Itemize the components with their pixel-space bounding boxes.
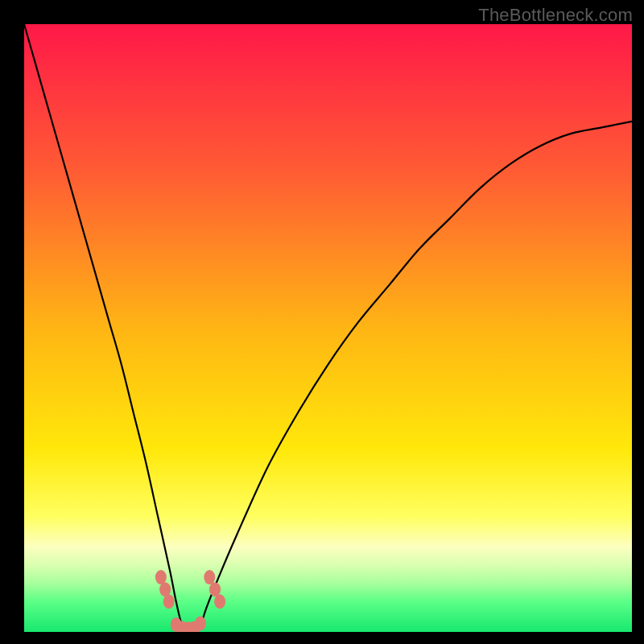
gradient-background xyxy=(24,24,632,632)
marker-bottom-run xyxy=(195,616,206,630)
marker-left-cluster xyxy=(163,594,175,609)
chart-frame: TheBottleneck.com xyxy=(0,0,644,644)
chart-svg xyxy=(24,24,632,632)
watermark-text: TheBottleneck.com xyxy=(478,5,633,26)
marker-right-cluster xyxy=(214,594,225,609)
chart-plot-area xyxy=(24,24,632,632)
marker-right-cluster xyxy=(204,570,215,584)
